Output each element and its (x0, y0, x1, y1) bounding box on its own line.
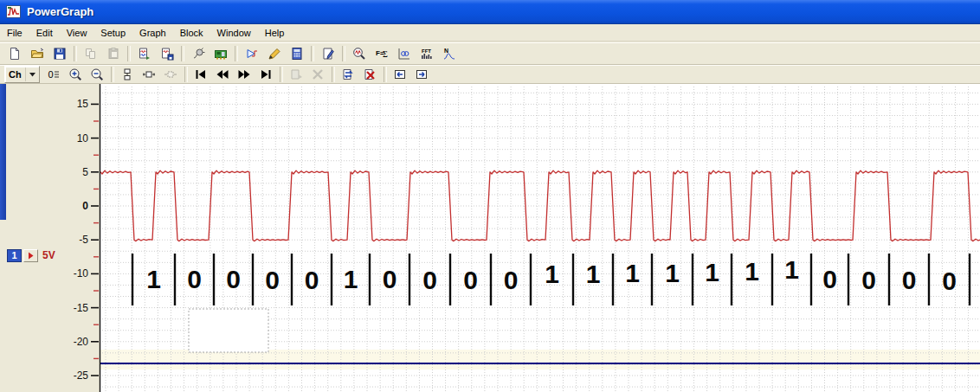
toolbar-separator (311, 46, 314, 61)
chevron-down-icon[interactable] (25, 67, 39, 81)
probe-button[interactable] (187, 43, 210, 64)
toolbar-separator (184, 67, 188, 82)
save-icon (53, 47, 67, 61)
svg-text:N: N (444, 48, 448, 54)
toolbar-separator (384, 67, 387, 82)
trigger-button[interactable] (241, 43, 263, 64)
channel-selector[interactable]: Ch (4, 66, 40, 83)
toolbar-separator (332, 67, 335, 82)
title-bar[interactable]: PowerGraph (0, 0, 980, 24)
svg-text:5: 5 (82, 166, 88, 178)
menu-setup[interactable]: Setup (93, 26, 132, 40)
capture-block-icon (289, 67, 303, 81)
toolbar-separator (74, 46, 77, 61)
notebook-button[interactable] (317, 43, 339, 64)
powergraph-window: PowerGraph FileEditViewSetupGraphBlockWi… (0, 0, 980, 392)
toolbar-separator (235, 46, 238, 61)
app-icon (6, 5, 22, 19)
svg-text:-20: -20 (74, 336, 89, 348)
channel-1-expand-button[interactable] (23, 249, 38, 262)
xy-plot-button[interactable] (393, 43, 416, 64)
histogram-n-button[interactable]: N (438, 43, 461, 64)
paste-button (102, 43, 125, 64)
goto-first-icon (194, 67, 208, 81)
graph-area[interactable]: 100001000011111110000151050-5-10-15-20-2… (0, 84, 980, 392)
svg-text:1: 1 (344, 265, 358, 293)
range-left-icon (393, 67, 407, 81)
goto-last-icon (259, 67, 273, 81)
new-file-icon (8, 47, 22, 61)
toolbar-separator (280, 67, 283, 82)
toolbar-separator (127, 46, 131, 61)
menu-view[interactable]: View (60, 26, 94, 40)
svg-text:0: 0 (422, 266, 437, 294)
svg-text:0: 0 (82, 200, 88, 212)
fft-button[interactable]: FFT (416, 43, 438, 64)
svg-text:0: 0 (822, 265, 837, 293)
zero-levels-button[interactable]: 0 (43, 66, 65, 84)
waveform-plot[interactable]: 100001000011111110000151050-5-10-15-20-2… (65, 84, 980, 392)
svg-text:10: 10 (77, 132, 89, 145)
calculator-icon (290, 47, 304, 61)
marker-pen-button[interactable] (263, 43, 286, 64)
zoom-out-button[interactable] (87, 66, 108, 84)
menu-file[interactable]: File (0, 26, 29, 40)
menu-edit[interactable]: Edit (29, 26, 60, 40)
svg-text:0: 0 (187, 265, 202, 293)
load-block-button[interactable] (133, 43, 156, 64)
histogram-n-icon: N (442, 47, 456, 61)
goto-first-button[interactable] (190, 66, 212, 84)
load-block-icon (138, 47, 152, 61)
prev-block-button[interactable] (212, 66, 234, 84)
svg-text:FFT: FFT (422, 48, 431, 54)
formula-icon: F=Σ (375, 47, 389, 61)
fit-width-button[interactable] (139, 66, 160, 84)
svg-text:1: 1 (625, 259, 640, 287)
channel-1-number[interactable]: 1 (7, 249, 22, 262)
notebook-icon (321, 47, 335, 61)
range-right-button[interactable] (411, 66, 433, 84)
save-block-button[interactable] (156, 43, 178, 64)
capture-block-button (286, 66, 307, 84)
range-left-button[interactable] (390, 66, 411, 84)
svg-text:1: 1 (146, 265, 161, 293)
copy-button (80, 43, 102, 64)
calculator-button[interactable] (286, 43, 308, 64)
toolbar-separator (181, 46, 184, 61)
swap-block-icon (341, 67, 355, 81)
split-channels-button[interactable] (117, 66, 139, 84)
next-block-icon (237, 67, 251, 81)
open-folder-icon (30, 47, 44, 61)
svg-text:0: 0 (265, 266, 280, 294)
svg-text:0: 0 (383, 265, 397, 293)
paste-icon (106, 47, 120, 61)
channel-selector-label: Ch (5, 69, 25, 80)
zero-levels-icon: 0 (47, 67, 61, 81)
svg-text:0: 0 (226, 265, 241, 293)
next-block-button[interactable] (234, 66, 255, 84)
delete-block-button[interactable] (359, 66, 381, 84)
toolbar-main: F=ΣFFTN (0, 42, 980, 65)
svg-text:15: 15 (77, 98, 89, 110)
fit-width-2-icon (164, 67, 177, 81)
open-folder-button[interactable] (26, 43, 48, 64)
menu-window[interactable]: Window (210, 26, 258, 40)
search-signal-button[interactable] (348, 43, 371, 64)
svg-text:1: 1 (705, 258, 719, 286)
hardware-card-button[interactable] (210, 43, 232, 64)
new-file-button[interactable] (3, 43, 26, 64)
save-button[interactable] (48, 43, 71, 64)
fit-width-2-button (160, 66, 182, 84)
zoom-in-button[interactable] (65, 66, 87, 84)
svg-text:-10: -10 (74, 267, 89, 280)
formula-button[interactable]: F=Σ (371, 43, 393, 64)
swap-block-button[interactable] (338, 66, 359, 84)
probe-icon (191, 47, 205, 61)
menu-help[interactable]: Help (258, 26, 292, 40)
delete-block-icon (363, 67, 377, 81)
goto-last-button[interactable] (255, 66, 277, 84)
fit-width-icon (142, 67, 156, 81)
menu-graph[interactable]: Graph (132, 26, 173, 40)
menu-block[interactable]: Block (173, 26, 210, 40)
delete-capture-icon (311, 67, 325, 81)
